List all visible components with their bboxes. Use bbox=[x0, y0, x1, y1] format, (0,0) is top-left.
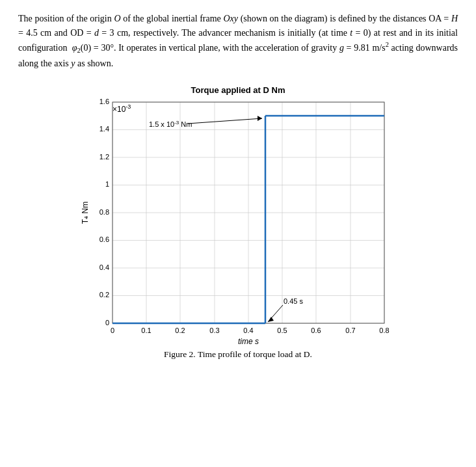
chart-area: Torque applied at D Nm ×10-3 bbox=[79, 83, 397, 343]
x-tick-02: 0.2 bbox=[175, 327, 185, 334]
y-tick-02: 0.2 bbox=[99, 291, 109, 299]
x-tick-06: 0.6 bbox=[311, 327, 321, 334]
annotation-time-value: 0.45 s bbox=[284, 297, 303, 305]
y-tick-14: 1.4 bbox=[99, 125, 109, 133]
y-tick-08: 0.8 bbox=[99, 208, 109, 216]
y-tick-0: 0 bbox=[105, 319, 109, 327]
chart-title: Torque applied at D Nm bbox=[191, 85, 285, 95]
x-tick-05: 0.5 bbox=[277, 327, 287, 334]
description-paragraph: The position of the origin O of the glob… bbox=[18, 12, 458, 71]
x-tick-03: 0.3 bbox=[209, 327, 219, 334]
x-axis-label: time s bbox=[238, 337, 259, 346]
figure-container: Torque applied at D Nm ×10-3 bbox=[18, 83, 458, 360]
y-scale-note: ×10-3 bbox=[112, 103, 131, 114]
annotation-torque-value: 1.5 x 10-3 Nm bbox=[149, 120, 192, 128]
x-tick-07: 0.7 bbox=[345, 327, 355, 334]
y-tick-16: 1.6 bbox=[99, 98, 109, 105]
annotation-arrowhead bbox=[258, 116, 262, 121]
annotation-time-arrowhead bbox=[268, 317, 274, 322]
annotation-arrow-line bbox=[188, 118, 262, 124]
y-tick-1: 1 bbox=[105, 180, 109, 188]
y-tick-06: 0.6 bbox=[99, 235, 109, 243]
y-tick-12: 1.2 bbox=[99, 153, 109, 161]
x-tick-0: 0 bbox=[111, 327, 114, 334]
chart-svg: Torque applied at D Nm ×10-3 bbox=[79, 83, 397, 353]
x-tick-04: 0.4 bbox=[243, 327, 253, 334]
description-text: The position of the origin O of the glob… bbox=[18, 12, 458, 71]
x-tick-08: 0.8 bbox=[379, 327, 389, 334]
y-tick-04: 0.4 bbox=[99, 263, 109, 271]
x-tick-01: 0.1 bbox=[141, 327, 151, 334]
y-axis-label: T₄ Nm bbox=[81, 202, 90, 224]
